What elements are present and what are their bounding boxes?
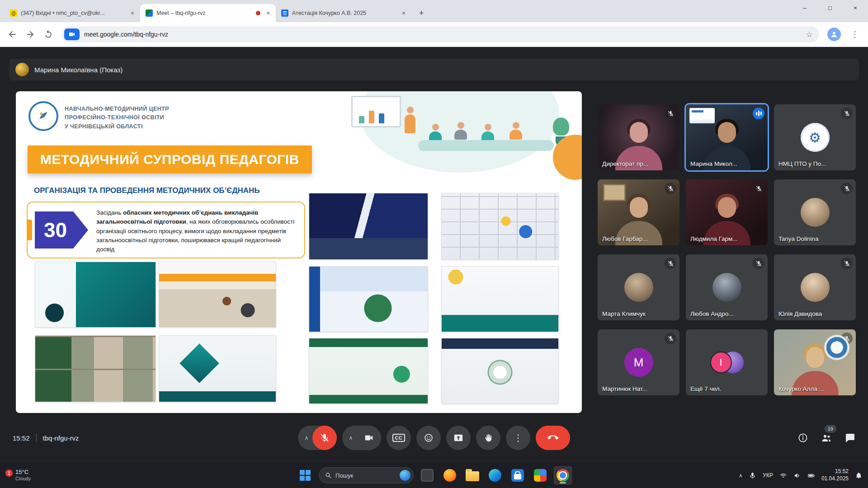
avatar <box>801 198 830 227</box>
participant-tile[interactable]: Людмила Гарм... <box>686 179 768 245</box>
slide-thumbnail <box>309 338 428 404</box>
meet-app: Марина Миколаївна (Показ) <box>0 47 868 463</box>
tab-close-icon[interactable]: × <box>264 9 272 17</box>
participant-tile-active-speaker[interactable]: Марина Микол... <box>686 104 768 170</box>
address-bar[interactable]: meet.google.com/tbq-nfgu-rvz ☆ <box>61 26 819 42</box>
participant-tile-overflow[interactable]: I Ещё 7 чел. <box>686 329 768 395</box>
raise-hand-button[interactable] <box>476 426 500 450</box>
tab-close-icon[interactable]: × <box>400 9 408 17</box>
browser-toolbar: meet.google.com/tbq-nfgu-rvz ☆ ⋮ <box>0 22 868 47</box>
stat-box: 30 Засідань обласних методичних об’єднан… <box>27 202 305 258</box>
participant-tile[interactable]: ⚙ НМЦ ПТО у По... <box>774 104 856 170</box>
meet-main-area: НАВЧАЛЬНО-МЕТОДИЧНИЙ ЦЕНТР ПРОФЕСІЙНО-ТЕ… <box>9 91 859 413</box>
mic-tray-icon[interactable] <box>749 472 756 479</box>
participant-tile[interactable]: М Мартинюк Нат... <box>598 329 679 395</box>
profile-avatar[interactable] <box>827 28 841 41</box>
captions-button[interactable]: CC <box>387 426 411 450</box>
browser-menu-icon[interactable]: ⋮ <box>849 29 861 39</box>
chat-panel-icon[interactable] <box>844 432 855 443</box>
participant-tile[interactable]: Любов Гарбар... <box>598 179 679 245</box>
edge-icon <box>489 469 501 482</box>
notifications-bell-icon[interactable] <box>855 472 863 479</box>
minimize-button[interactable]: – <box>792 0 817 15</box>
smile-icon <box>424 433 434 443</box>
participant-tile[interactable]: Юлія Давидова <box>774 254 856 320</box>
more-options-button[interactable]: ⋮ <box>506 426 530 450</box>
camera-toggle-button[interactable] <box>357 426 381 450</box>
participant-tile[interactable]: Кочурко Алла ... <box>774 329 856 395</box>
meeting-code: tbq-nfgu-rvz <box>43 434 79 442</box>
person-icon <box>830 30 838 38</box>
overflow-avatars: I <box>707 351 747 374</box>
bookmark-star-icon[interactable]: ☆ <box>806 30 813 39</box>
close-window-button[interactable]: × <box>843 0 868 15</box>
store-app-icon[interactable] <box>509 466 527 484</box>
widgets-app-icon[interactable] <box>418 466 436 484</box>
forward-icon[interactable] <box>25 29 35 39</box>
camera-icon <box>364 433 374 443</box>
meeting-time: 15:52 <box>13 434 30 442</box>
notification-count-badge: 1 <box>5 469 13 477</box>
photos-icon <box>534 469 547 482</box>
avatar: I <box>710 352 732 373</box>
new-tab-button[interactable]: + <box>415 7 428 19</box>
docs-favicon <box>281 9 288 17</box>
photos-app-icon[interactable] <box>531 466 549 484</box>
participant-count-badge: 19 <box>825 425 836 432</box>
tab-mail[interactable]: @ (347) Вхідні • nmc_pto_cv@ukr... × <box>5 4 140 22</box>
shared-slide-preview <box>689 108 715 123</box>
maximize-button[interactable]: □ <box>817 0 843 15</box>
camera-in-use-chip[interactable] <box>64 28 80 40</box>
reactions-button[interactable] <box>416 426 441 450</box>
people-icon <box>821 432 832 443</box>
participant-name: Любов Гарбар... <box>602 235 647 242</box>
slide-thumbnail <box>159 262 276 328</box>
taskbar-clock[interactable]: 15:52 01.04.2025 <box>821 468 849 482</box>
tab-meet[interactable]: Meet – tbq-nfgu-rvz × <box>140 4 276 22</box>
taskbar-search[interactable]: Пошук <box>319 467 414 483</box>
mic-muted-icon <box>665 258 676 269</box>
mic-muted-icon <box>841 108 853 119</box>
phone-icon <box>545 430 561 446</box>
presenter-banner: Марина Миколаївна (Показ) <box>9 59 859 80</box>
participant-name: Марта Климчук <box>602 310 646 317</box>
screen-share-stage[interactable]: НАВЧАЛЬНО-МЕТОДИЧНИЙ ЦЕНТР ПРОФЕСІЙНО-ТЕ… <box>16 91 582 413</box>
start-button[interactable] <box>296 466 314 484</box>
edge-app-icon[interactable] <box>486 466 504 484</box>
mic-toggle-button[interactable] <box>312 426 337 450</box>
volume-icon[interactable] <box>793 472 801 479</box>
slide-thumbnail <box>35 262 156 328</box>
tab-attestation[interactable]: Атестація Кочурко А.В. 2025 × <box>276 4 411 22</box>
participant-tile[interactable]: Tanya Dolinina <box>774 179 856 245</box>
tab-title: (347) Вхідні • nmc_pto_cv@ukr... <box>21 10 125 16</box>
language-indicator[interactable]: УКР <box>763 472 773 479</box>
wifi-icon[interactable] <box>779 472 787 479</box>
present-button[interactable] <box>446 426 471 450</box>
presenter-name: Марина Миколаївна (Показ) <box>34 66 123 74</box>
firefox-app-icon[interactable] <box>441 466 459 484</box>
camera-icon <box>68 31 75 38</box>
hidden-icons-chevron[interactable]: ∧ <box>739 473 742 479</box>
illustration-whiteboard <box>351 96 401 127</box>
weather-widget[interactable]: 1 15°C Cloudy <box>5 469 31 482</box>
back-icon[interactable] <box>7 29 17 39</box>
battery-icon[interactable] <box>807 472 815 479</box>
camera-options-chevron[interactable]: ∧ <box>342 435 357 441</box>
people-panel-button[interactable]: 19 <box>821 432 832 443</box>
meet-favicon <box>146 9 153 17</box>
chrome-app-icon[interactable] <box>554 466 572 484</box>
participant-name: Кочурко Алла ... <box>778 385 824 392</box>
participant-tile[interactable]: Директорат пр... <box>598 104 679 170</box>
refresh-icon[interactable] <box>43 29 53 39</box>
participant-tile[interactable]: Марта Климчук <box>598 254 679 320</box>
file-explorer-icon[interactable] <box>463 466 481 484</box>
tab-close-icon[interactable]: × <box>128 9 137 17</box>
stat-text: Засідань обласних методичних об’єднань в… <box>96 208 299 254</box>
participant-tile[interactable]: Любов Андро... <box>686 254 768 320</box>
meeting-details-icon[interactable] <box>797 432 808 443</box>
org-logo <box>28 101 58 131</box>
participant-name: Мартинюк Нат... <box>602 385 647 392</box>
mic-options-chevron[interactable]: ∧ <box>298 435 312 441</box>
tab-title: Meet – tbq-nfgu-rvz <box>156 10 252 16</box>
leave-call-button[interactable] <box>536 426 570 450</box>
